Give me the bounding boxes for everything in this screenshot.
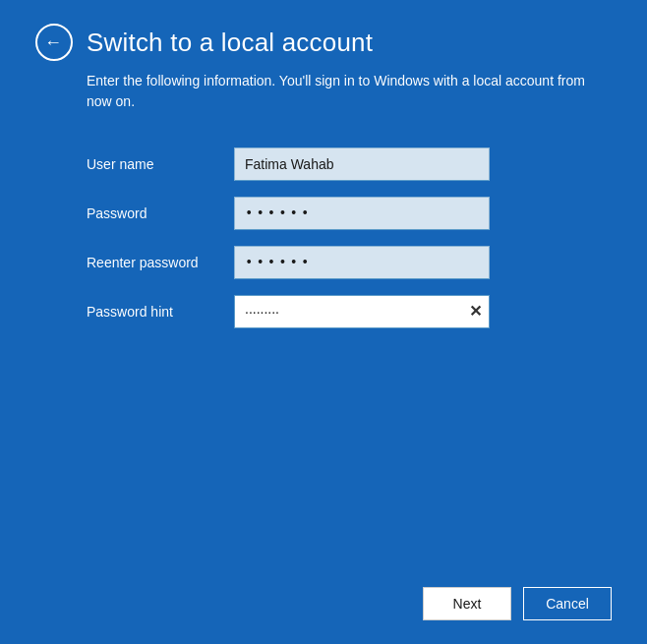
back-arrow-icon: ← [44,33,62,51]
username-row: User name [87,147,612,181]
cancel-button[interactable]: Cancel [523,587,612,620]
password-row: Password [87,197,612,230]
next-button[interactable]: Next [423,587,511,620]
page-container: ← Switch to a local account Enter the fo… [0,0,647,644]
hint-row: Password hint ✕ [87,295,612,328]
back-button[interactable]: ← [35,24,73,61]
hint-container: ✕ [234,295,490,328]
subtitle-text: Enter the following information. You'll … [87,71,612,112]
form-area: User name Password Reenter password Pass… [87,147,612,344]
hint-input[interactable] [234,295,490,328]
header: ← Switch to a local account [35,24,612,61]
reenter-row: Reenter password [87,246,612,279]
username-input[interactable] [234,147,490,181]
password-label: Password [87,205,234,221]
page-title: Switch to a local account [87,28,373,58]
username-label: User name [87,156,234,172]
footer-buttons: Next Cancel [423,587,612,620]
clear-icon[interactable]: ✕ [469,304,482,320]
reenter-input[interactable] [234,246,490,279]
hint-label: Password hint [87,304,234,320]
password-input[interactable] [234,197,490,230]
reenter-label: Reenter password [87,255,234,270]
